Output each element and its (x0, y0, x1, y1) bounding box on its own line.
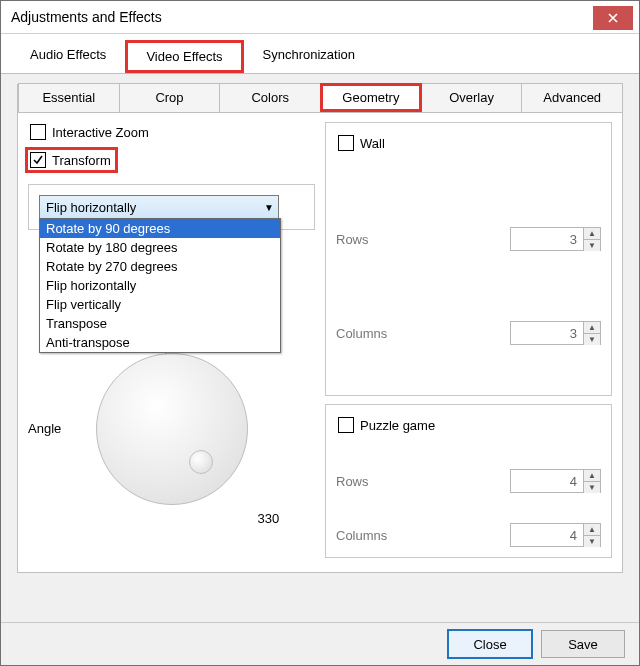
spinner-value: 3 (511, 326, 583, 341)
checkbox-empty-icon (30, 124, 46, 140)
dial-tick-label: 330 (258, 511, 280, 526)
left-column: Interactive Zoom Transform Flip horizont… (28, 122, 315, 558)
field-label: Columns (336, 528, 387, 543)
tab-label: Advanced (543, 90, 601, 105)
chevron-up-icon[interactable]: ▲ (584, 524, 600, 536)
spinner-value: 4 (511, 474, 583, 489)
right-column: Wall Rows 3 ▲▼ Columns 3 ▲▼ (325, 122, 612, 558)
wall-columns-spinner[interactable]: 3 ▲▼ (510, 321, 601, 345)
tab-label: Audio Effects (30, 47, 106, 62)
angle-label: Angle (28, 421, 61, 436)
tab-essential[interactable]: Essential (18, 83, 120, 112)
wall-rows-field: Rows 3 ▲▼ (336, 227, 601, 251)
combo-option[interactable]: Flip vertically (40, 295, 280, 314)
window: Adjustments and Effects Audio Effects Vi… (0, 0, 640, 666)
spinner-value: 3 (511, 232, 583, 247)
tab-label: Crop (155, 90, 183, 105)
close-button[interactable]: Close (447, 629, 533, 659)
close-icon[interactable] (593, 6, 633, 30)
angle-dial[interactable]: 30 330 (71, 328, 271, 528)
chevron-down-icon[interactable]: ▼ (584, 334, 600, 345)
tab-label: Essential (42, 90, 95, 105)
spinner-arrows: ▲▼ (583, 524, 600, 547)
wall-group: Wall Rows 3 ▲▼ Columns 3 ▲▼ (325, 122, 612, 396)
tab-geometry[interactable]: Geometry (320, 83, 422, 112)
tab-label: Overlay (449, 90, 494, 105)
checkbox-empty-icon (338, 135, 354, 151)
chevron-down-icon[interactable]: ▼ (584, 536, 600, 547)
save-button[interactable]: Save (541, 630, 625, 658)
wall-rows-spinner[interactable]: 3 ▲▼ (510, 227, 601, 251)
tab-crop[interactable]: Crop (119, 83, 221, 112)
titlebar: Adjustments and Effects (1, 1, 639, 34)
spinner-arrows: ▲▼ (583, 470, 600, 493)
field-label: Columns (336, 326, 387, 341)
checkbox-label: Puzzle game (360, 418, 435, 433)
chevron-down-icon: ▼ (264, 202, 274, 213)
spinner-value: 4 (511, 528, 583, 543)
puzzle-rows-spinner[interactable]: 4 ▲▼ (510, 469, 601, 493)
tab-label: Colors (251, 90, 289, 105)
combo-option[interactable]: Rotate by 180 degrees (40, 238, 280, 257)
video-effects-panel: Essential Crop Colors Geometry Overlay A… (17, 84, 623, 573)
checkbox-label: Transform (52, 153, 111, 168)
transform-combo[interactable]: Flip horizontally ▼ Rotate by 90 degrees… (39, 195, 279, 219)
combo-selected-value: Flip horizontally (46, 200, 136, 215)
puzzle-group: Puzzle game Rows 4 ▲▼ Columns 4 ▲▼ (325, 404, 612, 558)
puzzle-rows-field: Rows 4 ▲▼ (336, 469, 601, 493)
combo-option[interactable]: Rotate by 90 degrees (40, 219, 280, 238)
chevron-down-icon[interactable]: ▼ (584, 240, 600, 251)
tab-synchronization[interactable]: Synchronization (244, 40, 375, 73)
field-label: Rows (336, 474, 369, 489)
tab-overlay[interactable]: Overlay (421, 83, 523, 112)
tabs-main: Audio Effects Video Effects Synchronizat… (1, 34, 639, 74)
dial-face-icon (96, 353, 248, 505)
chevron-down-icon[interactable]: ▼ (584, 482, 600, 493)
chevron-up-icon[interactable]: ▲ (584, 470, 600, 482)
angle-dial-group: Angle 30 330 (28, 328, 315, 528)
puzzle-checkbox[interactable]: Puzzle game (336, 415, 601, 435)
spinner-arrows: ▲▼ (583, 228, 600, 251)
field-label: Rows (336, 232, 369, 247)
tab-audio-effects[interactable]: Audio Effects (11, 40, 125, 73)
combo-option[interactable]: Rotate by 270 degrees (40, 257, 280, 276)
combo-display[interactable]: Flip horizontally ▼ (39, 195, 279, 219)
combo-option[interactable]: Anti-transpose (40, 333, 280, 352)
checkbox-empty-icon (338, 417, 354, 433)
spinner-arrows: ▲▼ (583, 322, 600, 345)
combo-dropdown-list: Rotate by 90 degrees Rotate by 180 degre… (39, 218, 281, 353)
combo-option[interactable]: Flip horizontally (40, 276, 280, 295)
tab-label: Synchronization (263, 47, 356, 62)
puzzle-columns-spinner[interactable]: 4 ▲▼ (510, 523, 601, 547)
chevron-up-icon[interactable]: ▲ (584, 322, 600, 334)
wall-checkbox[interactable]: Wall (336, 133, 601, 153)
transform-checkbox[interactable]: Transform (28, 150, 115, 170)
checkbox-checked-icon (30, 152, 46, 168)
tab-label: Video Effects (146, 49, 222, 64)
geometry-panel: Interactive Zoom Transform Flip horizont… (18, 114, 622, 572)
wall-columns-field: Columns 3 ▲▼ (336, 321, 601, 345)
button-label: Save (568, 637, 598, 652)
tabs-sub: Essential Crop Colors Geometry Overlay A… (18, 83, 622, 113)
tab-video-effects[interactable]: Video Effects (125, 40, 243, 73)
tab-advanced[interactable]: Advanced (521, 83, 623, 112)
button-label: Close (473, 637, 506, 652)
tab-label: Geometry (342, 90, 399, 105)
window-title: Adjustments and Effects (11, 9, 162, 25)
footer: Close Save (1, 622, 639, 665)
tab-colors[interactable]: Colors (219, 83, 321, 112)
checkbox-label: Wall (360, 136, 385, 151)
puzzle-columns-field: Columns 4 ▲▼ (336, 523, 601, 547)
interactive-zoom-checkbox[interactable]: Interactive Zoom (28, 122, 315, 142)
combo-option[interactable]: Transpose (40, 314, 280, 333)
transform-group: Flip horizontally ▼ Rotate by 90 degrees… (28, 184, 315, 230)
chevron-up-icon[interactable]: ▲ (584, 228, 600, 240)
checkbox-label: Interactive Zoom (52, 125, 149, 140)
